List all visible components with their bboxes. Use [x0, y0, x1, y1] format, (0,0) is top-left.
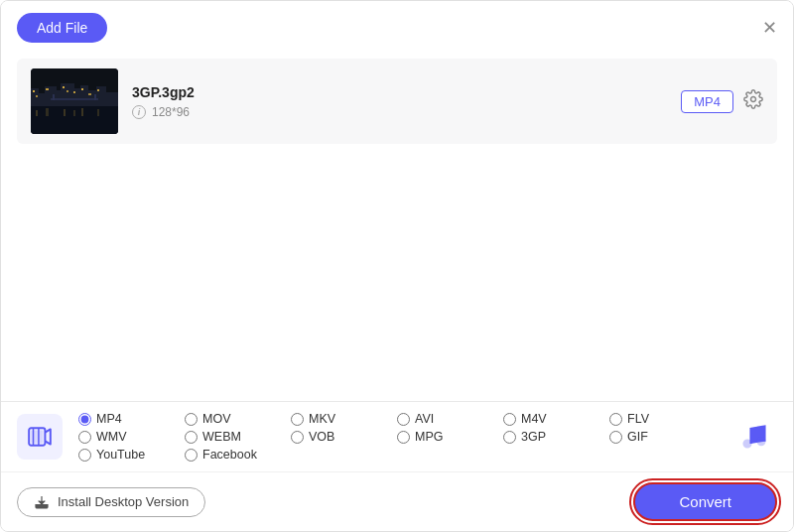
settings-icon-button[interactable] [743, 89, 763, 114]
svg-rect-26 [97, 109, 99, 116]
svg-rect-20 [97, 89, 99, 91]
radio-wmv[interactable]: WMV [78, 430, 185, 444]
bottom-panel: MP4 MOV MKV AVI M4V FLV WM [1, 401, 793, 531]
radio-mkv[interactable]: MKV [291, 412, 397, 426]
action-bar: Install Desktop Version Convert [1, 472, 793, 531]
file-name: 3GP.3gp2 [132, 84, 667, 100]
svg-rect-24 [73, 110, 75, 116]
file-item: 3GP.3gp2 i 128*96 MP4 [17, 59, 777, 144]
top-bar: Add File ✕ [1, 1, 793, 51]
format-options-grid: MP4 MOV MKV AVI M4V FLV WM [70, 412, 724, 462]
radio-gif[interactable]: GIF [609, 430, 716, 444]
file-meta: i 128*96 [132, 105, 667, 119]
radio-mov[interactable]: MOV [185, 412, 291, 426]
add-file-button[interactable]: Add File [17, 13, 107, 43]
radio-youtube[interactable]: YouTube [78, 448, 185, 462]
svg-rect-11 [104, 92, 118, 106]
radio-facebook[interactable]: Facebook [185, 448, 291, 462]
radio-mpg[interactable]: MPG [397, 430, 503, 444]
video-format-icon-box[interactable] [17, 414, 63, 460]
svg-rect-14 [46, 88, 49, 90]
svg-rect-29 [94, 94, 96, 100]
file-list-area: 3GP.3gp2 i 128*96 MP4 [1, 51, 793, 401]
format-bar: MP4 MOV MKV AVI M4V FLV WM [1, 402, 793, 472]
svg-point-36 [758, 438, 765, 445]
file-info: 3GP.3gp2 i 128*96 [132, 84, 667, 119]
radio-webm[interactable]: WEBM [185, 430, 291, 444]
svg-rect-13 [36, 95, 38, 97]
radio-3gp[interactable]: 3GP [503, 430, 609, 444]
svg-rect-23 [64, 109, 66, 116]
radio-avi[interactable]: AVI [397, 412, 503, 426]
convert-button[interactable]: Convert [633, 482, 777, 521]
svg-rect-12 [33, 90, 35, 92]
svg-rect-22 [46, 108, 49, 116]
audio-format-icon-box[interactable] [731, 414, 777, 460]
svg-rect-27 [51, 98, 98, 100]
install-desktop-button[interactable]: Install Desktop Version [17, 487, 205, 517]
close-button[interactable]: ✕ [762, 19, 777, 37]
svg-point-30 [751, 96, 756, 101]
svg-rect-28 [53, 94, 55, 100]
radio-flv[interactable]: FLV [609, 412, 716, 426]
svg-point-35 [744, 441, 751, 448]
file-thumbnail [31, 68, 118, 134]
file-resolution: 128*96 [152, 105, 190, 119]
info-icon: i [132, 105, 146, 119]
install-desktop-label: Install Desktop Version [58, 494, 189, 509]
svg-rect-21 [36, 110, 38, 116]
svg-rect-16 [66, 90, 68, 92]
app-window: Add File ✕ [0, 0, 794, 532]
svg-rect-25 [81, 108, 83, 116]
svg-rect-17 [73, 91, 75, 93]
svg-rect-18 [81, 88, 83, 90]
file-actions: MP4 [681, 89, 763, 114]
format-badge-button[interactable]: MP4 [681, 90, 733, 113]
radio-mp4[interactable]: MP4 [78, 412, 185, 426]
radio-vob[interactable]: VOB [291, 430, 397, 444]
svg-rect-19 [88, 93, 91, 95]
svg-rect-15 [63, 86, 65, 88]
radio-m4v[interactable]: M4V [503, 412, 609, 426]
